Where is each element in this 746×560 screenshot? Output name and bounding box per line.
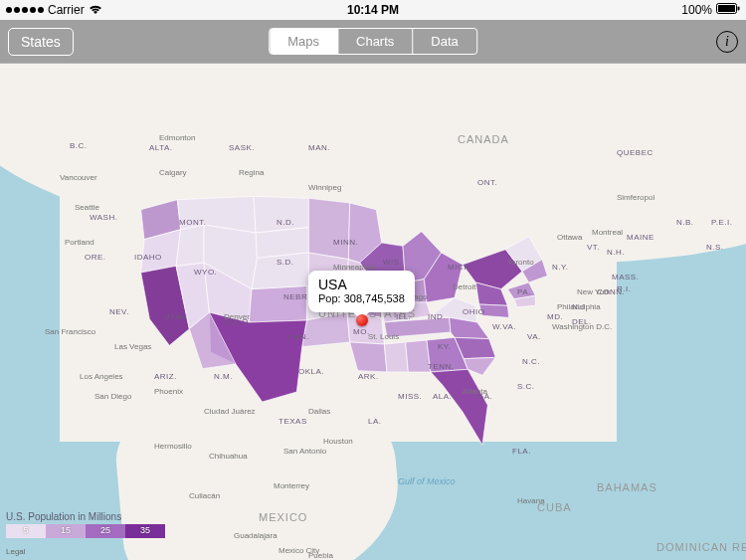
state-label: MD.: [547, 312, 563, 321]
status-left: Carrier: [6, 3, 102, 18]
state-label: WASH.: [90, 213, 117, 222]
city-label: Houston: [323, 437, 353, 446]
city-label: Montreal: [592, 228, 623, 237]
city-label: Seattle: [75, 203, 99, 212]
city-label: Portland: [65, 238, 94, 247]
state-label: OHIO: [463, 307, 484, 316]
city-label: Monterrey: [274, 481, 309, 490]
state-label: N.Y.: [552, 263, 569, 272]
city-label: Edmonton: [159, 133, 195, 142]
state-shape[interactable]: [450, 317, 489, 338]
state-label: ILL.: [396, 312, 411, 321]
state-label: S.C.: [517, 382, 535, 391]
state-shape[interactable]: [308, 198, 349, 259]
state-shape[interactable]: [176, 225, 204, 266]
state-label: KY.: [438, 342, 451, 351]
city-label: Regina: [239, 168, 264, 177]
legend-bar: 5152535: [6, 524, 165, 538]
city-label: Ottawa: [557, 233, 582, 242]
state-label: S.D.: [277, 258, 294, 267]
state-label: W.VA.: [492, 322, 516, 331]
legend-segment: 15: [46, 524, 86, 538]
city-label: Vancouver: [60, 173, 97, 182]
city-label: Hermosillo: [154, 442, 192, 451]
city-label: Chihuahua: [209, 452, 248, 461]
province-label: N.B.: [676, 218, 694, 227]
province-label: QUEBEC: [617, 148, 653, 157]
country-label: MEXICO: [259, 511, 307, 523]
city-label: Winnipeg: [308, 183, 341, 192]
state-label: NEV.: [109, 307, 129, 316]
city-label: Havana: [517, 496, 545, 505]
state-label: NEBR.: [283, 292, 310, 301]
state-label: ARK.: [358, 372, 379, 381]
state-label: ORE.: [85, 253, 106, 262]
city-label: Washington D.C.: [552, 322, 612, 331]
city-label: Culiacán: [189, 491, 220, 500]
city-label: Guadalajara: [234, 531, 278, 540]
view-segmented-control: Maps Charts Data: [269, 28, 477, 55]
state-label: MASS.: [612, 273, 639, 281]
state-label: VA.: [527, 332, 541, 341]
legend-segment: 5: [6, 524, 46, 538]
state-shape[interactable]: [254, 196, 308, 233]
legal-link[interactable]: Legal: [6, 547, 26, 556]
state-label: MONT.: [179, 218, 206, 227]
state-label: ARIZ.: [154, 372, 177, 381]
city-label: Philadelphia: [557, 302, 601, 311]
state-label: N.C.: [522, 357, 540, 366]
legend-segment: 35: [125, 524, 165, 538]
state-shape[interactable]: [249, 285, 306, 322]
map-pin[interactable]: [356, 314, 368, 326]
city-label: Toronto: [507, 258, 534, 267]
city-label: St. Louis: [368, 332, 399, 341]
battery-icon: [716, 3, 740, 17]
svg-rect-1: [718, 5, 735, 12]
province-label: B.C.: [70, 141, 88, 150]
state-shape[interactable]: [384, 342, 408, 372]
city-label: Simferopol: [617, 193, 654, 202]
info-button[interactable]: i: [716, 31, 738, 53]
city-label: Detroit: [453, 282, 476, 291]
state-label: MISS.: [398, 392, 422, 401]
legend-value: 25: [100, 525, 110, 535]
water-label: Gulf of Mexico: [398, 476, 456, 486]
status-bar: Carrier 10:14 PM 100%: [0, 0, 746, 20]
province-label: P.E.I.: [711, 218, 733, 227]
city-label: Phoenix: [154, 387, 183, 396]
state-label: PA.: [517, 287, 531, 296]
state-shape[interactable]: [431, 369, 487, 445]
legend-value: 15: [61, 525, 71, 535]
country-label: DOMINICAN REPUBLIC: [656, 541, 746, 553]
tab-data[interactable]: Data: [413, 29, 475, 54]
callout-subtitle: Pop: 308,745,538: [318, 292, 405, 304]
state-shape[interactable]: [350, 342, 387, 372]
map-view[interactable]: CANADAUNITED STATESMEXICOCUBABAHAMASDOMI…: [0, 64, 746, 560]
state-label: N.D.: [277, 218, 294, 227]
city-label: San Diego: [94, 392, 131, 401]
city-label: Denver: [224, 312, 250, 321]
state-label: N.M.: [214, 372, 233, 381]
battery-percent: 100%: [681, 3, 712, 17]
tab-charts[interactable]: Charts: [338, 29, 413, 54]
state-label: N.H.: [607, 248, 625, 257]
state-label: FLA.: [512, 447, 531, 456]
legend-value: 5: [23, 525, 28, 535]
status-time: 10:14 PM: [347, 3, 399, 17]
toolbar: States Maps Charts Data i: [0, 20, 746, 64]
state-label: WIS.: [383, 258, 402, 267]
states-button[interactable]: States: [8, 28, 74, 56]
state-label: MINN.: [333, 238, 358, 247]
state-label: TEXAS: [279, 417, 307, 426]
map-callout[interactable]: USA Pop: 308,745,538: [308, 271, 415, 312]
province-label: N.S.: [706, 243, 724, 252]
city-label: San Antonio: [283, 447, 326, 456]
city-label: Puebla: [308, 551, 333, 560]
legend-segment: 25: [86, 524, 125, 538]
status-right: 100%: [681, 3, 740, 17]
state-label: R.I.: [617, 284, 631, 293]
tab-maps[interactable]: Maps: [270, 29, 338, 54]
state-label: IND.: [428, 312, 446, 321]
state-label: IDAHO: [134, 253, 162, 262]
province-label: SASK.: [229, 143, 255, 152]
